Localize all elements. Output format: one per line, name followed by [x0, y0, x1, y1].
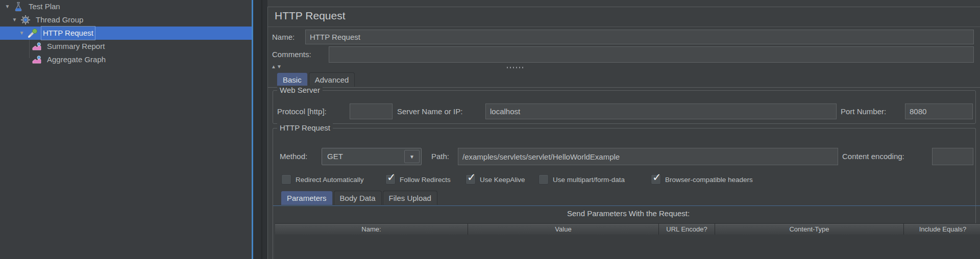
column-header-url-encode[interactable]: URL Encode? [658, 224, 715, 235]
tree-item-aggregate-graph[interactable]: ▼ Aggregate Graph [0, 53, 252, 66]
tree-item-thread-group[interactable]: ▼ Thread Group [0, 13, 252, 27]
http-request-group: HTTP Request Method: GET ▼ Path: Content… [273, 128, 976, 259]
jmeter-window: ▼ Test Plan ▼ Thread Group ▼ [0, 0, 980, 259]
tree-item-label: HTTP Request [41, 26, 95, 40]
web-server-legend: Web Server [277, 86, 323, 95]
path-input[interactable] [458, 148, 838, 165]
method-selected-value: GET [327, 148, 343, 165]
tree-item-label: Thread Group [34, 13, 85, 27]
flask-icon [13, 2, 23, 12]
http-request-legend: HTTP Request [277, 123, 333, 133]
port-number-input[interactable] [905, 103, 973, 119]
path-label: Path: [431, 148, 449, 165]
tab-advanced[interactable]: Advanced [309, 72, 355, 87]
checkbox-redirect-automatically[interactable]: Redirect Automatically [281, 173, 364, 186]
gutter-line [261, 0, 262, 259]
config-tabs: Basic Advanced [277, 72, 356, 87]
server-name-label: Server Name or IP: [397, 103, 462, 119]
column-header-include-equals[interactable]: Include Equals? [903, 224, 980, 235]
web-server-group: Web Server Protocol [http]: Server Name … [273, 90, 976, 124]
checkbox-use-multipart-form-data[interactable]: Use multipart/form-data [538, 173, 625, 186]
tab-body-data[interactable]: Body Data [334, 191, 382, 205]
collapse-arrow-icon[interactable]: ▼ [4, 0, 11, 13]
title-separator [268, 27, 980, 27]
checkbox-checked-icon [651, 174, 661, 185]
chart-icon [32, 55, 42, 65]
port-number-label: Port Number: [841, 103, 886, 119]
checkbox-checked-icon [465, 174, 476, 185]
splitter-grip-icon[interactable] [507, 67, 524, 68]
tab-basic[interactable]: Basic [277, 72, 308, 87]
checkbox-use-keepalive[interactable]: Use KeepAlive [465, 173, 525, 186]
test-plan-tree: ▼ Test Plan ▼ Thread Group ▼ [0, 0, 252, 259]
collapse-arrow-icon[interactable]: ▼ [18, 27, 25, 40]
checkbox-label: Browser-compatible headers [665, 176, 753, 184]
comments-label: Comments: [272, 46, 311, 63]
tree-item-summary-report[interactable]: ▼ Summary Report [0, 40, 252, 53]
chevron-down-icon[interactable]: ▼ [404, 150, 420, 163]
column-header-value[interactable]: Value [468, 224, 658, 235]
tree-item-label: Aggregate Graph [45, 53, 108, 66]
tree-item-http-request[interactable]: ▼ HTTP Request [0, 27, 252, 40]
name-label: Name: [272, 30, 295, 44]
send-parameters-caption: Send Parameters With the Request: [275, 206, 980, 221]
tab-parameters[interactable]: Parameters [281, 191, 333, 205]
checkbox-icon [281, 174, 291, 185]
comments-input[interactable] [329, 46, 974, 63]
method-dropdown[interactable]: GET ▼ [322, 148, 422, 165]
splitter-collapse-arrows-icon[interactable]: ▲▼ [271, 64, 282, 69]
parameters-table-body[interactable] [275, 235, 980, 259]
splitter-gutter [253, 0, 267, 259]
checkbox-label: Redirect Automatically [296, 176, 364, 184]
protocol-label: Protocol [http]: [277, 103, 327, 119]
gear-icon [20, 15, 31, 25]
tab-files-upload[interactable]: Files Upload [383, 191, 437, 205]
http-request-editor: HTTP Request Name: Comments: ▲▼ Basic Ad… [267, 7, 980, 259]
tab-pane-border [268, 87, 980, 88]
page-title: HTTP Request [275, 10, 346, 22]
content-encoding-input[interactable] [932, 148, 973, 165]
tree-item-label: Summary Report [45, 40, 107, 53]
collapse-arrow-icon[interactable]: ▼ [11, 13, 18, 27]
checkbox-label: Use multipart/form-data [553, 176, 625, 184]
checkbox-label: Follow Redirects [400, 176, 451, 184]
checkbox-label: Use KeepAlive [480, 176, 525, 184]
protocol-input[interactable] [350, 103, 393, 119]
content-encoding-label: Content encoding: [842, 148, 904, 165]
checkbox-follow-redirects[interactable]: Follow Redirects [385, 173, 451, 186]
tree-item-test-plan[interactable]: ▼ Test Plan [0, 0, 252, 13]
column-header-content-type[interactable]: Content-Type [715, 224, 903, 235]
chart-icon [32, 41, 42, 51]
column-header-name[interactable]: Name: [275, 224, 468, 235]
name-input[interactable] [305, 30, 974, 44]
tree-guide-line [29, 40, 30, 58]
parameters-table-header: Name: Value URL Encode? Content-Type Inc… [275, 223, 980, 236]
checkbox-icon [538, 174, 549, 185]
parameters-tabs: Parameters Body Data Files Upload [281, 191, 438, 205]
sampler-icon [28, 28, 38, 38]
checkbox-browser-compatible-headers[interactable]: Browser-compatible headers [651, 173, 753, 186]
tree-item-label: Test Plan [27, 0, 62, 13]
checkbox-checked-icon [385, 174, 396, 185]
method-label: Method: [280, 148, 307, 165]
server-name-input[interactable] [485, 103, 837, 119]
